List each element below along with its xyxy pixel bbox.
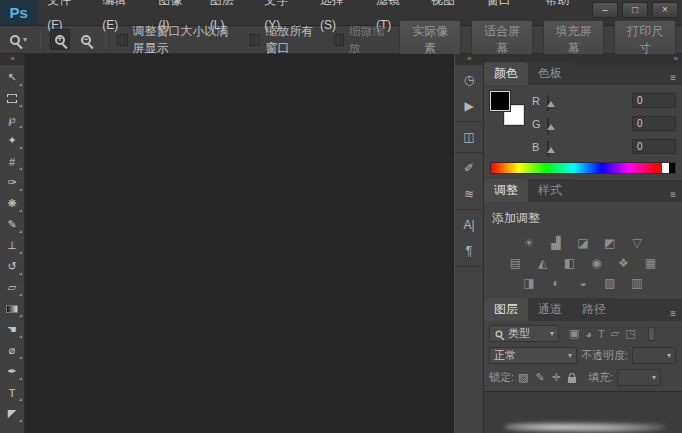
adjustment-icon[interactable]: ▧ (601, 276, 619, 290)
zoom-all-windows-checkbox[interactable] (250, 34, 260, 46)
blue-value-field[interactable]: 0 (632, 139, 676, 154)
tab-adjustments[interactable]: 调整 (484, 179, 528, 202)
adjustment-icon[interactable]: ☀ (520, 236, 538, 250)
tool-button[interactable]: ✒ (1, 361, 24, 382)
layer-filter-icon[interactable]: ◳ (625, 327, 635, 340)
dock-panel-button[interactable]: ◷ (457, 68, 482, 91)
adjustment-icon[interactable]: ◨ (520, 276, 538, 290)
tab-paths[interactable]: 路径 (572, 298, 616, 321)
tool-button[interactable]: ℘ (1, 109, 24, 130)
tab-channels[interactable]: 通道 (528, 298, 572, 321)
zoom-in-button[interactable]: + (50, 29, 70, 50)
maximize-button[interactable]: □ (622, 2, 648, 18)
tool-button[interactable]: # (1, 151, 24, 172)
tool-list: ↖ ℘ ✦ # ✑ (0, 65, 24, 424)
tab-color[interactable]: 颜色 (484, 62, 528, 85)
adjustment-icon[interactable]: ❖ (615, 256, 633, 270)
tool-button[interactable]: ✑ (1, 172, 24, 193)
red-slider-thumb[interactable] (547, 101, 555, 107)
tab-styles[interactable]: 样式 (528, 179, 572, 202)
red-channel-label: R (532, 95, 542, 107)
adjustment-icon[interactable]: ▦ (642, 256, 660, 270)
adjustment-icon[interactable]: ▽ (628, 236, 646, 250)
adjustment-icon[interactable]: ▤ (507, 256, 525, 270)
tool-preset-picker[interactable]: ▾ (6, 33, 31, 47)
adjustment-icon[interactable]: ◩ (601, 236, 619, 250)
filter-kind-dropdown[interactable]: 类型 ▾ (489, 325, 559, 342)
tool-button[interactable]: ↺ (1, 256, 24, 277)
tool-button[interactable]: ⊥ (1, 235, 24, 256)
layer-filter-icon[interactable]: ▱ (611, 327, 619, 340)
tool-button[interactable]: ↖ (1, 67, 24, 88)
adjustment-icon[interactable]: ◐ (547, 276, 565, 290)
adjustment-icon[interactable]: ◉ (588, 256, 606, 270)
color-spectrum-ramp[interactable] (490, 162, 676, 174)
dock-panel-icon: ¶ (466, 244, 472, 258)
blend-mode-row: 正常 ▾ 不透明度: ▾ (489, 347, 677, 364)
dock-group-history-actions: ◷▶ (455, 65, 483, 122)
layer-filter-icon[interactable]: T (598, 328, 605, 340)
tool-button[interactable] (1, 88, 24, 109)
tool-button[interactable]: ✎ (1, 214, 24, 235)
spectrum-black-swatch[interactable] (669, 163, 675, 173)
tool-icon: ◤ (8, 407, 16, 420)
close-button[interactable]: × (652, 2, 678, 18)
panel-menu-icon[interactable]: ≡ (664, 187, 682, 202)
dock-panel-button[interactable]: ≋ (457, 182, 482, 205)
panel-menu-icon[interactable]: ≡ (664, 306, 682, 321)
adjustment-icon[interactable]: ◒ (574, 276, 592, 290)
blue-slider-thumb[interactable] (547, 147, 555, 153)
red-value-field[interactable]: 0 (632, 93, 676, 108)
green-slider[interactable] (547, 119, 627, 129)
lock-icon[interactable]: ✎ (535, 371, 544, 384)
dock-panel-button[interactable]: ¶ (457, 239, 482, 262)
green-value-field[interactable]: 0 (632, 116, 676, 131)
resize-window-checkbox[interactable] (117, 34, 127, 46)
spectrum-white-swatch[interactable] (662, 163, 669, 173)
foreground-color-swatch[interactable] (490, 91, 510, 111)
tool-button[interactable]: ✦ (1, 130, 24, 151)
tool-button[interactable]: ⌀ (1, 340, 24, 361)
blend-mode-dropdown[interactable]: 正常 ▾ (489, 347, 577, 364)
adjustment-icon[interactable]: ▥ (628, 276, 646, 290)
dock-expand-handle[interactable]: « (455, 54, 483, 65)
tool-icon: ↺ (7, 260, 16, 273)
layer-filter-icon[interactable]: ▣ (569, 327, 579, 340)
tab-layers[interactable]: 图层 (484, 298, 528, 321)
lock-icon[interactable] (568, 377, 576, 383)
adjustment-icon[interactable]: ◭ (534, 256, 552, 270)
color-panel-body: R 0 G 0 B 0 (484, 85, 682, 180)
blue-slider[interactable] (547, 142, 627, 152)
adjustment-icon[interactable]: ▟ (547, 236, 565, 250)
tool-button[interactable]: ▱ (1, 277, 24, 298)
document-canvas-area[interactable] (25, 54, 454, 433)
red-slider[interactable] (547, 96, 627, 106)
minimize-button[interactable]: – (592, 2, 618, 18)
zoom-out-button[interactable]: − (76, 29, 96, 50)
tool-icon: ⊥ (7, 239, 17, 252)
toolbar-collapse-handle[interactable]: » (0, 54, 24, 65)
lock-icon[interactable]: ▨ (518, 371, 528, 384)
tool-icon: T (9, 387, 16, 399)
tab-swatches[interactable]: 色板 (528, 62, 572, 85)
dock-panel-button[interactable]: ◫ (457, 125, 482, 148)
adjustment-icon[interactable]: ◪ (574, 236, 592, 250)
adjustment-icon[interactable]: ◧ (561, 256, 579, 270)
tool-button[interactable]: ❋ (1, 193, 24, 214)
dock-panel-button[interactable]: ▶ (457, 94, 482, 117)
lock-icon[interactable]: ✛ (552, 371, 561, 384)
green-slider-thumb[interactable] (547, 124, 555, 130)
filtering-toggle[interactable] (648, 327, 655, 341)
tool-button[interactable]: T (1, 382, 24, 403)
tool-button[interactable]: ☚ (1, 319, 24, 340)
dock-panel-button[interactable]: ✐ (457, 156, 482, 179)
tool-button[interactable]: ◤ (1, 403, 24, 424)
layer-filter-icon[interactable]: ◕ (585, 328, 592, 340)
dock-panel-icon: ✐ (464, 161, 474, 175)
dock-panel-button[interactable]: A| (457, 213, 482, 236)
green-channel-row: G 0 (532, 116, 676, 131)
panel-menu-icon[interactable]: ≡ (664, 70, 682, 85)
layer-list[interactable] (484, 391, 682, 433)
dock-panel-icon: ≋ (464, 187, 474, 201)
tool-button[interactable] (1, 298, 24, 319)
